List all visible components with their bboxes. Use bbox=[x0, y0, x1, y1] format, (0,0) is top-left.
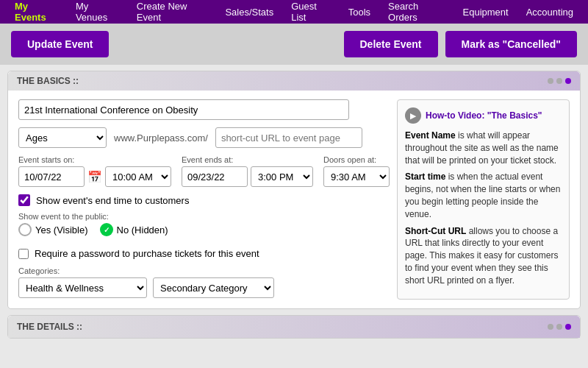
hidden-option[interactable]: No (Hidden) bbox=[100, 223, 168, 236]
hidden-label: No (Hidden) bbox=[117, 224, 168, 236]
event-name-input[interactable] bbox=[18, 99, 349, 120]
password-row: Require a password to purchase tickets f… bbox=[18, 248, 390, 259]
details-dot2 bbox=[556, 324, 562, 330]
nav-my-venues[interactable]: My Venues bbox=[68, 0, 126, 26]
dot1 bbox=[548, 78, 553, 84]
categories-row: Health & Wellness Arts Music Sports Seco… bbox=[18, 277, 390, 298]
doors-open-time-select[interactable]: 9:30 AM bbox=[323, 166, 390, 187]
details-header: THE DETAILS :: bbox=[8, 316, 580, 338]
section-dots bbox=[548, 78, 571, 84]
age-select[interactable]: Ages All Ages 18+ 21+ bbox=[18, 127, 107, 148]
event-ends-group: Event ends at: 3:00 PM bbox=[182, 155, 313, 187]
main-nav: My Events My Venues Create New Event Sal… bbox=[0, 0, 588, 24]
url-input[interactable] bbox=[215, 127, 362, 148]
event-starts-group: Event starts on: 📅 10:00 AM bbox=[18, 155, 171, 187]
visible-radio[interactable] bbox=[18, 223, 32, 236]
cancel-event-button[interactable]: Mark as "Cancelled" bbox=[445, 31, 577, 57]
details-title: THE DETAILS :: bbox=[17, 322, 82, 332]
event-name-row bbox=[18, 99, 390, 120]
nav-sales-stats[interactable]: Sales/Stats bbox=[218, 4, 281, 21]
info-start-time: Start time is when the actual event begi… bbox=[405, 171, 562, 220]
video-header: ▶ How-to Video: "The Basics" bbox=[405, 107, 562, 124]
delete-event-button[interactable]: Delete Event bbox=[344, 31, 438, 57]
event-ends-label: Event ends at: bbox=[182, 155, 313, 164]
nav-equipment[interactable]: Equipment bbox=[456, 4, 516, 21]
show-end-time-row: Show event's end time to customers bbox=[18, 194, 390, 206]
age-url-row: Ages All Ages 18+ 21+ www.Purplepass.com… bbox=[18, 127, 390, 148]
nav-create-event[interactable]: Create New Event bbox=[129, 0, 215, 26]
password-label: Require a password to purchase tickets f… bbox=[35, 248, 259, 259]
nav-my-events[interactable]: My Events bbox=[7, 0, 65, 26]
nav-guest-list[interactable]: Guest List bbox=[284, 0, 338, 26]
event-end-date[interactable] bbox=[182, 166, 248, 187]
nav-search-orders[interactable]: Search Orders bbox=[381, 0, 452, 26]
main-content-area: Ages All Ages 18+ 21+ www.Purplepass.com… bbox=[18, 99, 570, 300]
categories-label: Categories: bbox=[18, 266, 390, 275]
info-start-time-strong: Start time bbox=[405, 171, 445, 182]
show-public-group: Show event to the public: Yes (Visible) … bbox=[18, 212, 390, 242]
basics-header: THE BASICS :: bbox=[8, 71, 580, 91]
update-event-button[interactable]: Update Event bbox=[11, 31, 109, 57]
event-start-time-select[interactable]: 10:00 AM bbox=[105, 166, 171, 187]
event-end-datetime: 3:00 PM bbox=[182, 166, 313, 187]
event-starts-label: Event starts on: bbox=[18, 155, 171, 164]
visible-option[interactable]: Yes (Visible) bbox=[18, 223, 88, 236]
nav-accounting[interactable]: Accounting bbox=[519, 4, 581, 21]
play-button[interactable]: ▶ bbox=[405, 107, 421, 124]
basics-section: THE BASICS :: Ages All Ages 18+ 21+ bbox=[7, 71, 581, 309]
nav-tools[interactable]: Tools bbox=[341, 4, 378, 21]
event-start-date[interactable] bbox=[18, 166, 85, 187]
action-bar: Update Event Delete Event Mark as "Cance… bbox=[0, 24, 588, 65]
details-dot1 bbox=[548, 324, 553, 330]
dot2 bbox=[556, 78, 562, 84]
datetime-row: Event starts on: 📅 10:00 AM Event ends a… bbox=[18, 155, 390, 187]
left-form: Ages All Ages 18+ 21+ www.Purplepass.com… bbox=[18, 99, 390, 300]
url-prefix: www.Purplepass.com/ bbox=[114, 132, 208, 144]
doors-open-label: Doors open at: bbox=[323, 155, 390, 164]
video-title: How-to Video: "The Basics" bbox=[426, 110, 542, 121]
details-dots bbox=[548, 324, 571, 330]
hidden-radio[interactable] bbox=[100, 223, 113, 236]
info-event-name: Event Name is what will appear throughou… bbox=[405, 130, 562, 166]
visible-label: Yes (Visible) bbox=[35, 224, 88, 236]
event-end-time-select[interactable]: 3:00 PM bbox=[251, 166, 313, 187]
show-public-label: Show event to the public: bbox=[18, 212, 390, 221]
primary-category-select[interactable]: Health & Wellness Arts Music Sports bbox=[18, 277, 147, 298]
doors-open-group: Doors open at: 9:30 AM bbox=[323, 155, 390, 187]
basics-title: THE BASICS :: bbox=[17, 76, 79, 86]
event-start-datetime: 📅 10:00 AM bbox=[18, 166, 171, 187]
info-shortcut-strong: Short-Cut URL bbox=[405, 226, 466, 236]
secondary-category-select[interactable]: Secondary Category Fitness Nutrition Men… bbox=[153, 277, 274, 298]
categories-group: Categories: Health & Wellness Arts Music… bbox=[18, 266, 390, 298]
dot3 bbox=[565, 78, 571, 84]
basics-body: Ages All Ages 18+ 21+ www.Purplepass.com… bbox=[8, 91, 580, 308]
details-section: THE DETAILS :: bbox=[7, 315, 581, 339]
show-end-time-checkbox[interactable] bbox=[18, 194, 30, 206]
password-checkbox[interactable] bbox=[18, 249, 29, 259]
show-end-time-label: Show event's end time to customers bbox=[36, 195, 189, 206]
info-shortcut: Short-Cut URL allows you to choose a URL… bbox=[405, 225, 562, 287]
calendar-icon[interactable]: 📅 bbox=[87, 170, 102, 184]
visibility-radio-group: Yes (Visible) No (Hidden) bbox=[18, 223, 390, 236]
details-dot3 bbox=[565, 324, 571, 330]
doors-open-datetime: 9:30 AM bbox=[323, 166, 390, 187]
right-info-panel: ▶ How-to Video: "The Basics" Event Name … bbox=[397, 99, 570, 300]
info-event-name-strong: Event Name bbox=[405, 130, 456, 141]
